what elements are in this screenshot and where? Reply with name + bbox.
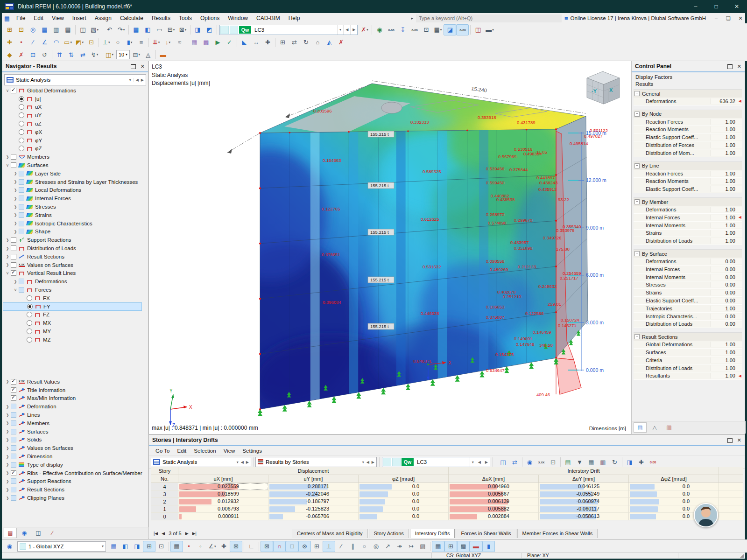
coordinate-system-combo[interactable]: 1 - Global XYZ ▾ bbox=[17, 541, 106, 552]
snap-ortho-icon[interactable]: ∠▾ bbox=[206, 541, 218, 552]
expand-arrow-icon[interactable]: ❯ bbox=[12, 221, 19, 225]
chart-view-icon[interactable]: ◨ bbox=[624, 457, 635, 467]
render-mode-icon[interactable]: ⊠▾ bbox=[177, 25, 189, 35]
factor-stresses[interactable]: Stresses0.00 bbox=[634, 281, 742, 289]
snap-intersection-icon[interactable]: ✚ bbox=[218, 541, 230, 552]
draw-circle-icon[interactable]: ○ bbox=[359, 541, 370, 552]
checkbox-isotropic-characteristics[interactable] bbox=[19, 221, 24, 226]
collapse-icon[interactable]: − bbox=[634, 91, 640, 96]
expand-arrow-icon[interactable]: ❯ bbox=[4, 379, 11, 384]
redo-icon[interactable]: ↷▾ bbox=[115, 25, 127, 35]
factor-deformations[interactable]: Deformations636.32◀ bbox=[634, 98, 742, 105]
blocks-icon[interactable]: ◫▾ bbox=[104, 49, 115, 60]
magnet-icon[interactable]: ∩ bbox=[273, 541, 286, 552]
factor-value[interactable]: 1.00 bbox=[711, 373, 742, 378]
expand-arrow-icon[interactable]: ❯ bbox=[4, 438, 11, 442]
support-icon[interactable]: ⊥▾ bbox=[100, 37, 112, 48]
refresh-table-icon[interactable]: ↻ bbox=[609, 457, 620, 467]
split-view-icon[interactable]: ◧ bbox=[142, 25, 154, 35]
factor-value[interactable]: 1.00 bbox=[711, 306, 742, 311]
factor-distribution-of-mom[interactable]: Distribution of Mom...1.00 bbox=[634, 149, 742, 157]
collapse-icon[interactable]: − bbox=[634, 112, 640, 117]
factor-value[interactable]: 636.32 bbox=[711, 98, 742, 104]
factor-value[interactable]: 1.00 bbox=[711, 142, 742, 148]
work-plane-xy-icon[interactable]: ▦ bbox=[108, 541, 120, 552]
panel-tab-color-scale[interactable]: ▤ bbox=[634, 422, 647, 433]
navigator-close-icon[interactable]: ✕ bbox=[141, 63, 145, 70]
checkbox-surfaces[interactable] bbox=[11, 162, 16, 168]
cluster-icon[interactable]: ◬ bbox=[142, 49, 154, 60]
snap-midpoint-icon[interactable]: ◦ bbox=[195, 541, 206, 552]
factor-value[interactable]: 1.00 bbox=[711, 178, 742, 184]
results-tree-item-local-deformations[interactable]: ❯Local Deformations bbox=[3, 186, 142, 195]
menu-view[interactable]: View bbox=[48, 13, 68, 23]
results-tree-item-mz[interactable]: MZ bbox=[3, 336, 142, 344]
factor-criteria[interactable]: Criteria1.00 bbox=[634, 357, 742, 364]
abacus-icon[interactable]: ▬▾ bbox=[484, 25, 495, 35]
model-viewport[interactable]: 15.24015.000 m12.000 m9.000 m6.000 m3.00… bbox=[148, 61, 631, 434]
expand-arrow-icon[interactable]: ❯ bbox=[4, 462, 11, 467]
stories-lc-prev[interactable]: ◀ bbox=[476, 457, 483, 467]
display-tree-item-max-min-information[interactable]: Max/Min Information bbox=[3, 394, 142, 403]
export-table-icon[interactable]: ▤ bbox=[562, 457, 574, 467]
result-diagram-icon[interactable]: ◪ bbox=[444, 24, 456, 35]
factor-global-deformations[interactable]: Global Deformations1.00 bbox=[634, 341, 742, 349]
analysis-combo-prev[interactable]: ◀ bbox=[134, 78, 139, 82]
load-case-icon[interactable]: ⇊▾ bbox=[150, 37, 162, 48]
collapse-icon[interactable]: − bbox=[634, 163, 640, 168]
toolbar-overflow-arrow[interactable]: ▸ bbox=[411, 16, 413, 21]
expand-arrow-icon[interactable]: ❯ bbox=[4, 413, 11, 417]
radio-mx[interactable] bbox=[27, 320, 32, 326]
results-tree-item-stresses-and-strains-by-layer-thicknesses[interactable]: ❯Stresses and Strains by Layer Thickness… bbox=[3, 178, 142, 186]
menu-tools[interactable]: Tools bbox=[175, 13, 196, 23]
origin-icon[interactable]: ∟ bbox=[246, 541, 257, 552]
menubar-restore-icon[interactable]: ❏ bbox=[724, 15, 733, 21]
tab-centers-of-mass-and-rigidity[interactable]: Centers of Mass and Rigidity bbox=[292, 529, 368, 538]
story-number-cell[interactable]: 4 bbox=[151, 483, 178, 490]
factor-internal-forces[interactable]: Internal Forces1.00◀ bbox=[634, 214, 742, 222]
display-tree-item-ribs-effective-contribution-on-surface-member[interactable]: ❯Ribs - Effective Contribution on Surfac… bbox=[3, 469, 142, 477]
mesh-icon[interactable]: ▦ bbox=[189, 37, 200, 48]
factor-value[interactable]: 0.00 bbox=[711, 290, 742, 295]
menubar-minimize-icon[interactable]: – bbox=[712, 15, 721, 21]
load-case-dropdown-arrow[interactable]: ▾ bbox=[337, 25, 343, 35]
checkbox-ribs-effective-contribution-on-surface-member[interactable] bbox=[11, 470, 16, 476]
expand-arrow-icon[interactable]: ❯ bbox=[12, 230, 19, 234]
stories-close-icon[interactable]: ✕ bbox=[737, 437, 741, 443]
prev-page-button[interactable]: ◀ bbox=[162, 531, 165, 536]
table-settings-icon[interactable]: ✚ bbox=[635, 457, 647, 467]
results-tree-item-members[interactable]: ❯Members bbox=[3, 153, 142, 161]
view-flag-icon[interactable]: ▬ bbox=[470, 541, 482, 552]
expand-arrow-icon[interactable]: ❯ bbox=[4, 488, 11, 492]
radio-fx[interactable] bbox=[27, 295, 32, 301]
factor-value[interactable]: 1.00 bbox=[711, 207, 742, 212]
results-tree-item-fy[interactable]: FY bbox=[3, 302, 142, 311]
results-tree-item-values-on-surfaces[interactable]: ❯x.xxValues on Surfaces bbox=[3, 261, 142, 269]
radio-ux[interactable] bbox=[19, 104, 24, 110]
results-by-stories-next[interactable]: ▶ bbox=[372, 460, 374, 464]
expand-arrow-icon[interactable]: ❯ bbox=[4, 254, 11, 259]
navigator-float-icon[interactable] bbox=[131, 64, 136, 69]
menu-options[interactable]: Options bbox=[196, 13, 224, 23]
factor-isotropic-characteris[interactable]: Isotropic Characteris...0.00 bbox=[634, 313, 742, 321]
group-by-surface[interactable]: −By Surface bbox=[634, 249, 742, 258]
checkbox-title-information[interactable] bbox=[11, 387, 16, 393]
expand-arrow-icon[interactable]: ❯ bbox=[4, 429, 11, 434]
group-general[interactable]: −General bbox=[634, 89, 742, 98]
regenerate-icon[interactable]: ↺ bbox=[39, 49, 50, 60]
checkbox-lines[interactable] bbox=[11, 412, 16, 418]
display-tree-item-surfaces[interactable]: ❯Surfaces bbox=[3, 427, 142, 436]
factor-surfaces[interactable]: Surfaces1.00 bbox=[634, 349, 742, 357]
stories-menu-go-to[interactable]: Go To bbox=[152, 448, 173, 454]
navigator-tab-views[interactable]: ◫ bbox=[32, 528, 45, 538]
factor-value[interactable]: 1.00 bbox=[711, 171, 742, 176]
radio-z[interactable] bbox=[19, 146, 24, 151]
expand-arrow-icon[interactable]: ❯ bbox=[12, 205, 19, 209]
factor-elastic-support-coeff[interactable]: Elastic Support Coeff...0.00 bbox=[634, 297, 742, 305]
annotation-icon[interactable]: ✚ bbox=[262, 37, 274, 48]
stories-qw-badge[interactable]: Qw bbox=[402, 458, 414, 466]
project-navigator-icon[interactable]: ▦ bbox=[39, 25, 50, 35]
factor-distribution-of-loads[interactable]: Distribution of Loads1.00 bbox=[634, 364, 742, 372]
results-tree-item-internal-forces[interactable]: ❯Internal Forces bbox=[3, 194, 142, 203]
expand-arrow-icon[interactable]: ❯ bbox=[4, 155, 11, 159]
